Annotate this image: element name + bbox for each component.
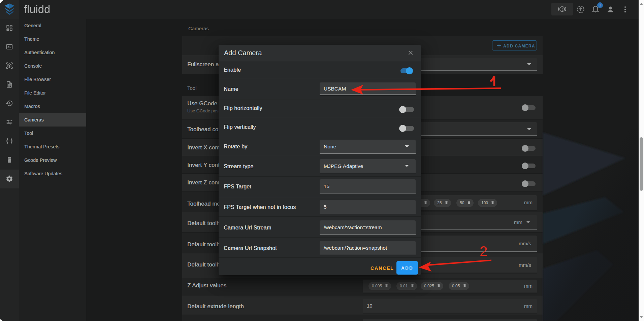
svg-text:2: 2 bbox=[480, 243, 487, 259]
